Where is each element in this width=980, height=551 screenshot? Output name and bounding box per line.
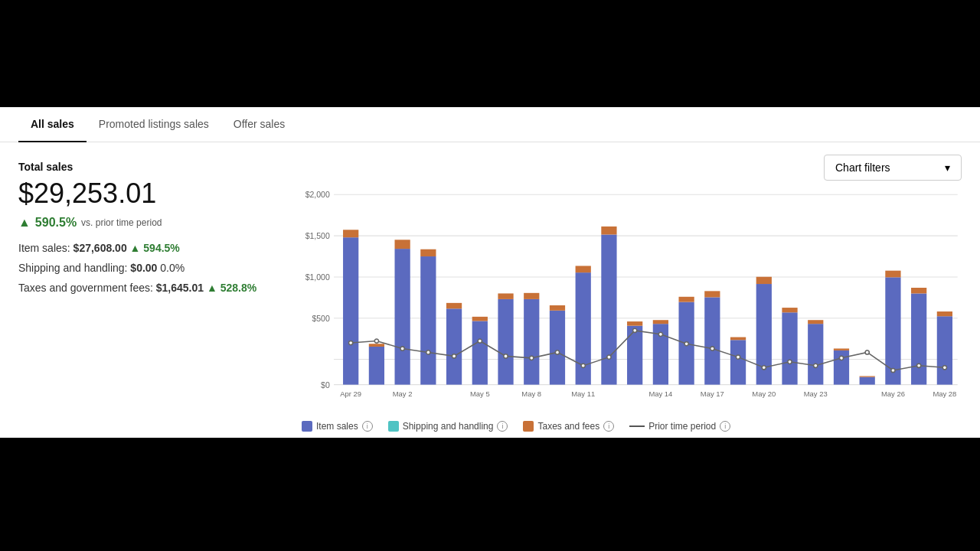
svg-text:$2,000: $2,000 [305,191,330,200]
change-row: ▲ 590.5% vs. prior time period [18,216,286,230]
svg-rect-21 [472,321,488,384]
svg-point-70 [633,328,637,332]
svg-rect-20 [446,303,462,308]
svg-rect-46 [782,308,797,312]
svg-point-75 [762,366,766,370]
svg-point-71 [658,332,662,336]
svg-text:May 20: May 20 [752,390,776,398]
svg-point-68 [581,364,585,367]
legend-box-sales [302,421,312,432]
svg-point-59 [349,341,353,344]
svg-rect-27 [550,311,565,385]
black-bottom-bar [0,438,980,551]
svg-rect-52 [860,376,875,377]
chart-filters-label: Chart filters [835,161,890,174]
total-sales-label: Total sales [18,161,286,173]
svg-rect-23 [498,299,513,385]
chart-container: $2,000 $1,500 $1,000 $500 $0 Apr 29May 2… [302,187,962,416]
svg-rect-11 [343,237,358,384]
info-icon-taxes[interactable]: i [603,421,614,432]
shipping-change: 0.0% [160,262,185,274]
chart-filters-button[interactable]: Chart filters ▾ [824,155,962,181]
svg-point-65 [504,354,508,358]
svg-rect-17 [420,256,436,385]
svg-rect-39 [704,297,720,384]
svg-rect-28 [550,305,565,311]
svg-text:$1,500: $1,500 [305,232,330,240]
shipping-label: Shipping and handling: [18,262,127,274]
tab-offer-sales[interactable]: Offer sales [221,107,297,142]
svg-point-81 [917,364,921,367]
svg-rect-33 [627,326,642,385]
svg-point-82 [942,366,946,370]
tab-promoted-listings-sales[interactable]: Promoted listings sales [87,107,221,142]
legend-line-prior [629,425,645,427]
svg-rect-47 [808,324,823,384]
svg-rect-48 [808,320,823,324]
svg-rect-40 [704,291,720,297]
info-icon-shipping[interactable]: i [497,421,508,432]
svg-rect-38 [678,297,694,302]
svg-text:May 5: May 5 [470,390,490,398]
svg-point-79 [865,350,869,354]
svg-text:May 23: May 23 [804,390,828,398]
item-sales-row: Item sales: $27,608.00 ▲ 594.5% [18,242,286,254]
svg-point-73 [710,347,714,350]
tab-all-sales[interactable]: All sales [18,107,87,142]
legend-item-taxes: Taxes and fees i [523,421,614,432]
legend-box-taxes [523,421,534,432]
svg-rect-19 [446,308,462,384]
svg-point-64 [478,339,482,343]
info-icon-prior[interactable]: i [720,421,730,432]
change-arrow: ▲ [18,216,31,230]
svg-rect-42 [730,337,746,341]
sales-chart: $2,000 $1,500 $1,000 $500 $0 Apr 29May 2… [302,187,962,416]
chart-legend: Item sales i Shipping and handling i Tax… [302,421,962,432]
svg-point-74 [736,355,740,359]
svg-point-61 [400,347,404,350]
item-sales-label: Item sales: [18,242,70,254]
legend-box-shipping [388,421,399,432]
taxes-row: Taxes and government fees: $1,645.01 ▲ 5… [18,282,286,294]
svg-text:May 17: May 17 [701,390,724,398]
svg-text:May 11: May 11 [571,390,595,398]
svg-rect-51 [860,377,875,385]
svg-point-66 [530,356,534,360]
item-sales-value: $27,608.00 [74,242,127,254]
svg-point-72 [684,342,688,346]
svg-point-63 [452,354,456,358]
chevron-down-icon: ▾ [945,161,950,174]
svg-rect-57 [937,316,952,384]
svg-rect-26 [524,293,539,299]
svg-rect-44 [756,277,772,284]
main-panel: All sales Promoted listings sales Offer … [0,107,980,438]
svg-rect-41 [730,340,746,384]
svg-text:May 14: May 14 [648,390,672,398]
change-percent: 590.5% [35,216,77,230]
legend-label-shipping: Shipping and handling [403,421,494,432]
legend-item-prior: Prior time period i [629,421,730,432]
svg-text:Apr 29: Apr 29 [340,390,361,398]
right-panel: Chart filters ▾ $2,000 $1,500 $ [302,155,962,435]
info-icon-sales[interactable]: i [362,421,373,432]
change-vs-label: vs. prior time period [81,217,162,228]
svg-text:$1,000: $1,000 [305,273,330,282]
svg-text:May 28: May 28 [933,390,956,398]
taxes-change: 528.8% [220,282,256,294]
svg-rect-16 [395,240,410,249]
svg-rect-18 [420,249,436,256]
taxes-label: Taxes and government fees: [18,282,153,294]
taxes-change-arrow: ▲ [207,282,220,294]
svg-rect-31 [601,234,616,384]
svg-point-78 [839,356,843,360]
svg-text:May 8: May 8 [521,390,541,398]
svg-text:$500: $500 [312,315,330,323]
shipping-row: Shipping and handling: $0.00 0.0% [18,262,286,274]
svg-text:$0: $0 [321,381,330,390]
svg-rect-25 [524,299,539,385]
svg-rect-24 [498,293,513,298]
svg-point-60 [374,339,378,343]
svg-rect-54 [885,271,900,278]
svg-point-76 [788,360,792,364]
total-sales-value: $29,253.01 [18,178,286,210]
